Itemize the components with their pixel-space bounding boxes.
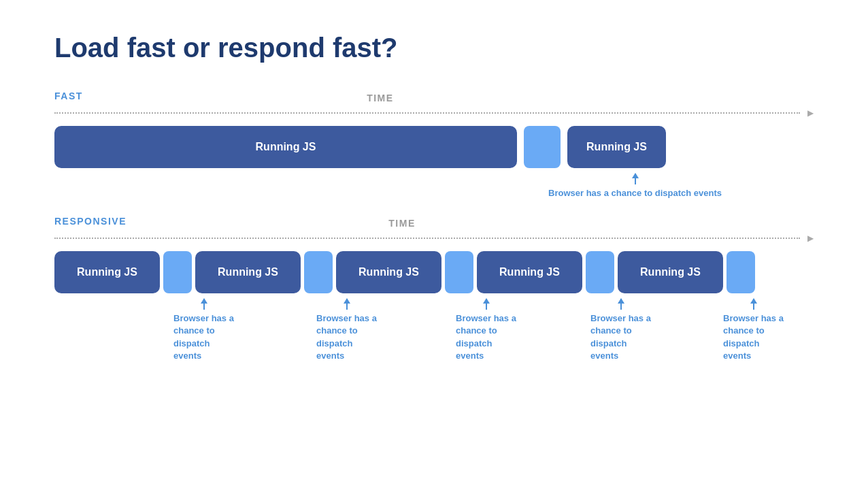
- resp-js-block-3: Running JS: [336, 251, 441, 293]
- resp-js-block-1: Running JS: [54, 251, 160, 293]
- resp-ann-arrow-2: [346, 299, 348, 310]
- page-title: Load fast or respond fast?: [54, 33, 814, 63]
- resp-ann-text-2: Browser has achance todispatch events: [316, 312, 378, 362]
- resp-js-block-2: Running JS: [195, 251, 301, 293]
- resp-ann-arrow-3: [486, 299, 487, 310]
- responsive-time-label: TIME: [388, 218, 415, 229]
- resp-ann-text-1: Browser has achance todispatch events: [173, 312, 235, 362]
- fast-section: FAST TIME Running JS Running JS Browser …: [54, 91, 814, 199]
- responsive-section: RESPONSIVE TIME Running JS Running JS Ru…: [54, 216, 814, 362]
- fast-blocks-row: Running JS Running JS: [54, 126, 814, 168]
- resp-annotation-1: Browser has achance todispatch events: [173, 299, 235, 362]
- resp-gap-4: [586, 251, 614, 293]
- fast-annotation-arrow: [635, 174, 636, 184]
- slide: Load fast or respond fast? FAST TIME Run…: [0, 0, 868, 488]
- resp-js-block-5: Running JS: [618, 251, 723, 293]
- resp-gap-3: [445, 251, 473, 293]
- resp-annotation-2: Browser has achance todispatch events: [316, 299, 378, 362]
- responsive-blocks-row: Running JS Running JS Running JS Running…: [54, 251, 814, 293]
- responsive-arrow-line: [54, 233, 814, 243]
- resp-ann-arrow-5: [753, 299, 754, 310]
- responsive-label: RESPONSIVE: [54, 216, 127, 227]
- resp-ann-arrow-4: [620, 299, 622, 310]
- resp-gap-1: [163, 251, 192, 293]
- resp-ann-text-5: Browser has achance todispatch events: [723, 312, 784, 362]
- resp-annotation-5: Browser has achance todispatch events: [723, 299, 784, 362]
- fast-gap-block: [524, 126, 561, 168]
- resp-annotation-3: Browser has achance todispatch events: [456, 299, 517, 362]
- fast-time-label: TIME: [367, 93, 393, 103]
- resp-annotation-4: Browser has achance todispatch events: [590, 299, 652, 362]
- resp-gap-5: [727, 251, 755, 293]
- fast-label: FAST: [54, 91, 83, 101]
- fast-big-js-block: Running JS: [54, 126, 517, 168]
- resp-js-block-4: Running JS: [477, 251, 582, 293]
- resp-ann-arrow-1: [203, 299, 205, 310]
- resp-ann-text-3: Browser has achance todispatch events: [456, 312, 517, 362]
- resp-gap-2: [304, 251, 333, 293]
- fast-annotation: Browser has a chance to dispatch events: [548, 174, 722, 199]
- fast-small-js-block: Running JS: [567, 126, 666, 168]
- fast-arrow-line: [54, 108, 814, 118]
- fast-annotation-text: Browser has a chance to dispatch events: [548, 187, 722, 199]
- resp-ann-text-4: Browser has achance todispatch events: [590, 312, 652, 362]
